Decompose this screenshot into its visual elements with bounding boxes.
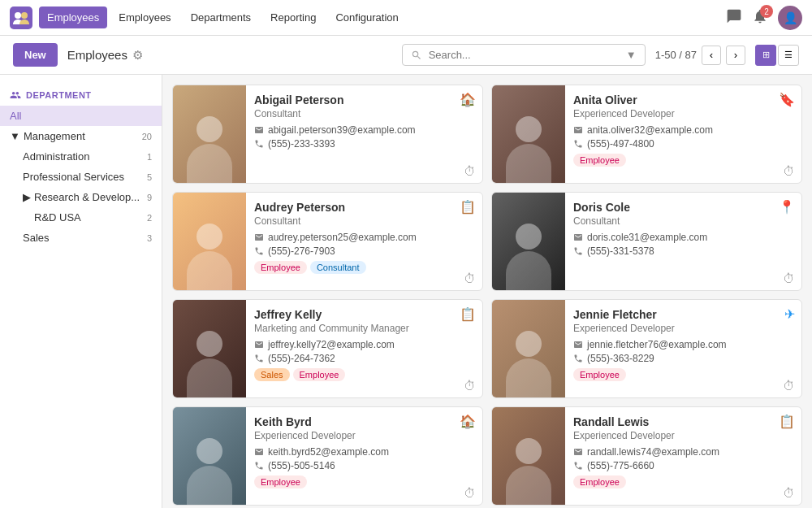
tag-employee: Employee (573, 475, 626, 488)
notification-icon[interactable]: 2 (752, 8, 768, 27)
employee-tags: EmployeeConsultant (254, 261, 474, 274)
employee-clock-icon[interactable]: ⏱ (464, 486, 476, 500)
employee-tags: Employee (254, 475, 474, 488)
employee-card-audrey[interactable]: Audrey Peterson Consultant audrey.peters… (172, 192, 483, 291)
employee-status-icon: 🏠 (460, 414, 476, 429)
employee-tags: SalesEmployee (254, 368, 474, 381)
user-avatar[interactable]: 👤 (778, 6, 802, 30)
nav-employees-app[interactable]: Employees (39, 7, 107, 28)
kanban-view-button[interactable]: ⊞ (755, 45, 776, 66)
sidebar-group-management: ▼ Management 20 Administration 1 Profess… (0, 126, 162, 248)
employee-card-keith[interactable]: Keith Byrd Experienced Developer keith.b… (172, 406, 483, 506)
sidebar-item-professional-services[interactable]: Professional Services 5 (0, 167, 162, 187)
chat-icon[interactable] (726, 8, 742, 27)
employee-email: jennie.fletcher76@example.com (573, 339, 793, 350)
nav-configuration[interactable]: Configuration (327, 7, 406, 28)
employee-tags: Employee (573, 154, 793, 167)
nav-links: Employees Employees Departments Reportin… (39, 7, 726, 28)
employee-photo-doris (492, 193, 565, 290)
employee-phone: (555)-276-7903 (254, 245, 474, 257)
employee-email: doris.cole31@example.com (573, 232, 793, 243)
employee-name: Keith Byrd (254, 415, 474, 428)
employee-name: Doris Cole (573, 201, 793, 214)
notification-badge: 2 (760, 5, 773, 18)
employee-card-jeffrey[interactable]: Jeffrey Kelly Marketing and Community Ma… (172, 299, 483, 398)
employee-card-anita[interactable]: Anita Oliver Experienced Developer anita… (491, 85, 802, 184)
search-input[interactable] (429, 49, 620, 61)
employee-phone: (555)-363-8229 (573, 353, 793, 364)
employee-name: Abigail Peterson (254, 93, 474, 106)
employee-clock-icon[interactable]: ⏱ (783, 164, 795, 178)
employee-title: Experienced Developer (573, 108, 793, 119)
search-icon (411, 50, 422, 61)
employee-card-doris[interactable]: Doris Cole Consultant doris.cole31@examp… (491, 192, 802, 291)
employee-info-randall: Randall Lewis Experienced Developer rand… (565, 407, 801, 505)
employee-clock-icon[interactable]: ⏱ (783, 379, 795, 393)
search-bar: ▼ (402, 44, 646, 66)
sidebar-group-management-header[interactable]: ▼ Management 20 (0, 126, 162, 146)
svg-point-2 (21, 12, 28, 19)
employee-photo-keith (173, 407, 246, 505)
sidebar-item-sales[interactable]: Sales 3 (0, 228, 162, 248)
employee-name: Randall Lewis (573, 415, 793, 428)
employee-clock-icon[interactable]: ⏱ (783, 271, 795, 285)
employee-title: Experienced Developer (254, 430, 474, 441)
employee-info-audrey: Audrey Peterson Consultant audrey.peters… (246, 193, 482, 290)
employee-card-jennie[interactable]: Jennie Fletcher Experienced Developer je… (491, 299, 802, 398)
employee-phone: (555)-264-7362 (254, 353, 474, 364)
top-navigation: Employees Employees Departments Reportin… (0, 0, 812, 36)
employee-photo-audrey (173, 193, 246, 290)
employee-status-icon: 🏠 (460, 92, 476, 107)
employee-clock-icon[interactable]: ⏱ (464, 164, 476, 178)
sidebar-item-all[interactable]: All (0, 106, 162, 126)
tag-consultant: Consultant (310, 261, 366, 274)
employee-name: Anita Oliver (573, 93, 793, 106)
employee-clock-icon[interactable]: ⏱ (464, 271, 476, 285)
pagination: 1-50 / 87 ‹ › (655, 46, 745, 65)
employee-email: audrey.peterson25@example.com (254, 232, 474, 243)
employee-email: jeffrey.kelly72@example.com (254, 339, 474, 350)
nav-reporting[interactable]: Reporting (262, 7, 324, 28)
svg-point-1 (15, 12, 21, 19)
employee-card-abigail[interactable]: Abigail Peterson Consultant abigail.pete… (172, 85, 483, 184)
employee-email: abigail.peterson39@example.com (254, 124, 474, 136)
app-logo[interactable] (10, 7, 32, 29)
new-button[interactable]: New (13, 43, 58, 67)
employee-phone: (555)-233-3393 (254, 138, 474, 150)
employee-photo-jennie (492, 300, 565, 397)
employee-info-doris: Doris Cole Consultant doris.cole31@examp… (565, 193, 801, 290)
employee-clock-icon[interactable]: ⏱ (783, 486, 795, 500)
employee-info-keith: Keith Byrd Experienced Developer keith.b… (246, 407, 482, 505)
employee-status-icon: 📍 (779, 199, 795, 215)
employee-info-jennie: Jennie Fletcher Experienced Developer je… (565, 300, 801, 397)
sub-navigation: New Employees ⚙ ▼ 1-50 / 87 ‹ › ⊞ ☰ (0, 36, 812, 75)
page-title: Employees ⚙ (67, 48, 143, 63)
content-area: Abigail Peterson Consultant abigail.pete… (162, 75, 812, 508)
employee-status-icon: 🔖 (779, 92, 795, 107)
employee-card-randall[interactable]: Randall Lewis Experienced Developer rand… (491, 406, 802, 506)
search-dropdown-icon[interactable]: ▼ (626, 49, 637, 61)
employee-status-icon: 📋 (460, 199, 476, 215)
employee-phone: (555)-775-6660 (573, 460, 793, 471)
employee-title: Experienced Developer (573, 430, 793, 441)
topnav-right: 2 👤 (726, 6, 802, 30)
employee-email: keith.byrd52@example.com (254, 446, 474, 458)
tag-employee: Employee (573, 368, 626, 381)
list-view-button[interactable]: ☰ (778, 45, 799, 66)
employee-phone: (555)-331-5378 (573, 245, 793, 257)
settings-gear-icon[interactable]: ⚙ (132, 48, 143, 63)
employees-grid: Abigail Peterson Consultant abigail.pete… (172, 85, 802, 508)
sidebar-item-administration[interactable]: Administration 1 (0, 146, 162, 167)
next-page-button[interactable]: › (726, 46, 745, 65)
sidebar-item-rnd-usa[interactable]: R&D USA 2 (0, 207, 162, 228)
employee-photo-jeffrey (173, 300, 246, 397)
employee-clock-icon[interactable]: ⏱ (464, 379, 476, 393)
employee-title: Experienced Developer (573, 323, 793, 334)
employee-title: Consultant (573, 215, 793, 227)
prev-page-button[interactable]: ‹ (702, 46, 721, 65)
sidebar-section-title: DEPARTMENT (0, 85, 162, 106)
employee-status-icon: ✈ (784, 306, 795, 322)
sidebar-item-research-develop[interactable]: ▶ Research & Develop... 9 (0, 187, 162, 207)
nav-departments[interactable]: Departments (183, 7, 259, 28)
nav-employees[interactable]: Employees (110, 7, 179, 28)
